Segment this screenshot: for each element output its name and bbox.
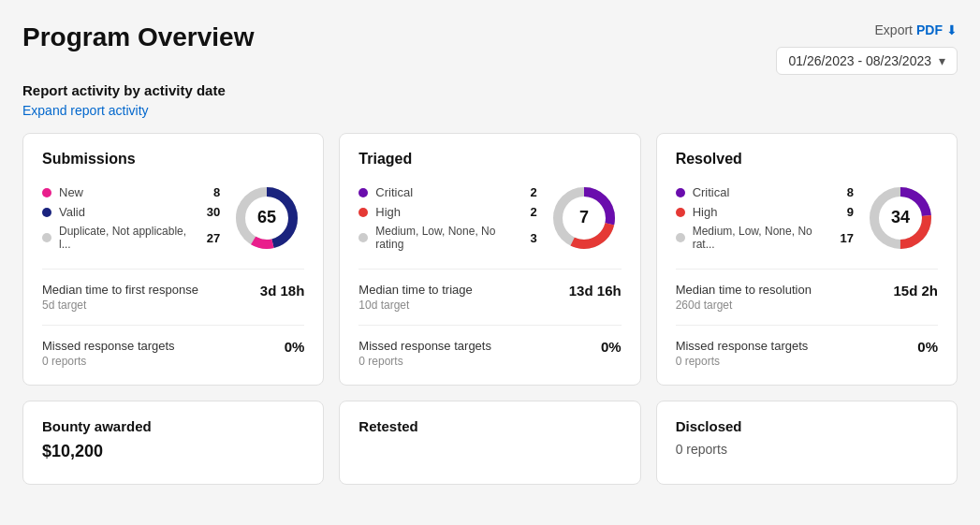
resolved-title: Resolved	[676, 151, 938, 168]
medium-dot-r	[676, 233, 685, 242]
metric-value-missed-r: 0%	[917, 339, 938, 355]
critical-value-r: 8	[847, 185, 854, 199]
bounty-value: $10,200	[42, 442, 304, 461]
bounty-title: Bounty awarded	[42, 418, 304, 434]
valid-value: 30	[207, 205, 220, 219]
metric-label-missed-r: Missed response targets	[676, 339, 809, 353]
resolved-donut: 34	[863, 181, 938, 255]
legend-item-high-t: High 2	[358, 205, 536, 219]
triaged-card: Triaged Critical 2 High 2 Medium, Low, N…	[339, 133, 640, 386]
submissions-legend: New 8 Valid 30 Duplicate, Not applicable…	[42, 185, 220, 251]
bounty-card: Bounty awarded $10,200	[22, 401, 324, 485]
submissions-metric-2: Missed response targets 0 reports 0%	[42, 339, 304, 368]
submissions-card: Submissions New 8 Valid 30 Duplicate, No…	[22, 133, 324, 386]
critical-dot-r	[676, 188, 685, 197]
new-value: 8	[213, 185, 220, 199]
metric-sublabel-response: 5d target	[42, 299, 198, 312]
medium-dot-t	[358, 233, 368, 242]
page-title: Program Overview	[22, 22, 254, 52]
triaged-total: 7	[579, 208, 589, 226]
legend-item-new: New 8	[42, 185, 220, 199]
metric-label-missed-t: Missed response targets	[358, 339, 491, 353]
medium-label-r: Medium, Low, None, No rat...	[693, 225, 826, 251]
high-dot-t	[358, 208, 368, 217]
bottom-cards-row: Bounty awarded $10,200 Retested Disclose…	[22, 401, 958, 485]
new-dot	[42, 188, 51, 197]
resolved-total: 34	[891, 208, 910, 226]
disclosed-title: Disclosed	[676, 418, 938, 434]
medium-value-t: 3	[530, 231, 536, 245]
legend-item-critical-t: Critical 2	[358, 185, 536, 199]
critical-label-r: Critical	[693, 185, 832, 199]
new-label: New	[59, 185, 198, 199]
critical-value-t: 2	[530, 185, 536, 199]
submissions-total: 65	[257, 208, 276, 226]
triaged-metric-1: Median time to triage 10d target 13d 16h	[358, 283, 621, 312]
submissions-donut: 65	[229, 181, 304, 255]
duplicate-value: 27	[207, 231, 220, 245]
submissions-metric-1: Median time to first response 5d target …	[42, 283, 304, 312]
legend-item-high-r: High 9	[676, 205, 854, 219]
high-value-r: 9	[847, 205, 854, 219]
critical-label-t: Critical	[375, 185, 515, 199]
disclosed-value: 0 reports	[676, 442, 938, 457]
export-label: Export	[875, 22, 913, 37]
valid-dot	[42, 208, 51, 217]
metric-sublabel-missed-t: 0 reports	[358, 355, 491, 368]
metric-label-missed: Missed response targets	[42, 339, 175, 353]
export-pdf-button[interactable]: PDF	[916, 22, 943, 37]
high-dot-r	[676, 208, 685, 217]
metric-sublabel-triage: 10d target	[358, 299, 472, 312]
metric-value-resolution: 15d 2h	[893, 283, 938, 299]
download-icon: ⬇	[946, 22, 958, 37]
disclosed-card: Disclosed 0 reports	[656, 401, 958, 485]
legend-item-duplicate: Duplicate, Not applicable, l... 27	[42, 225, 220, 251]
triaged-legend: Critical 2 High 2 Medium, Low, None, No …	[358, 185, 536, 251]
legend-item-valid: Valid 30	[42, 205, 220, 219]
triaged-donut: 7	[547, 181, 622, 255]
resolved-legend: Critical 8 High 9 Medium, Low, None, No …	[676, 185, 854, 251]
duplicate-dot	[42, 233, 51, 242]
metric-sublabel-missed: 0 reports	[42, 355, 175, 368]
retested-card: Retested	[339, 401, 640, 485]
main-cards-row: Submissions New 8 Valid 30 Duplicate, No…	[22, 133, 958, 386]
retested-title: Retested	[358, 418, 621, 434]
metric-label-triage: Median time to triage	[358, 283, 472, 297]
high-value-t: 2	[530, 205, 536, 219]
metric-value-response: 3d 18h	[260, 283, 305, 299]
high-label-r: High	[693, 205, 832, 219]
resolved-metric-1: Median time to resolution 260d target 15…	[676, 283, 938, 312]
expand-report-activity-link[interactable]: Expand report activity	[22, 103, 149, 118]
duplicate-label: Duplicate, Not applicable, l...	[59, 225, 192, 251]
metric-label-resolution: Median time to resolution	[676, 283, 812, 297]
high-label-t: High	[375, 205, 515, 219]
legend-item-medium-t: Medium, Low, None, No rating 3	[358, 225, 536, 251]
resolved-card: Resolved Critical 8 High 9 Medium, Low, …	[656, 133, 958, 386]
valid-label: Valid	[59, 205, 192, 219]
chevron-down-icon: ▾	[939, 53, 945, 68]
date-range-picker[interactable]: 01/26/2023 - 08/23/2023 ▾	[776, 47, 958, 75]
resolved-metric-2: Missed response targets 0 reports 0%	[676, 339, 938, 368]
metric-sublabel-missed-r: 0 reports	[676, 355, 809, 368]
legend-item-critical-r: Critical 8	[676, 185, 854, 199]
section-title: Report activity by activity date	[22, 82, 958, 98]
metric-value-missed: 0%	[285, 339, 305, 355]
metric-value-triage: 13d 16h	[569, 283, 622, 299]
medium-label-t: Medium, Low, None, No rating	[375, 225, 515, 251]
submissions-title: Submissions	[42, 151, 304, 168]
legend-item-medium-r: Medium, Low, None, No rat... 17	[676, 225, 854, 251]
metric-label-response: Median time to first response	[42, 283, 198, 297]
triaged-title: Triaged	[358, 151, 621, 168]
medium-value-r: 17	[841, 231, 854, 245]
critical-dot-t	[358, 188, 368, 197]
metric-value-missed-t: 0%	[601, 339, 622, 355]
triaged-metric-2: Missed response targets 0 reports 0%	[358, 339, 621, 368]
date-range-value: 01/26/2023 - 08/23/2023	[788, 53, 931, 68]
metric-sublabel-resolution: 260d target	[676, 299, 812, 312]
export-area: Export PDF ⬇	[875, 22, 958, 37]
